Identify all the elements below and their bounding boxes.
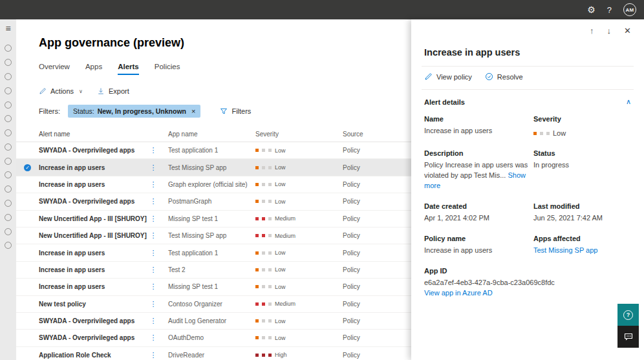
- avatar[interactable]: AM: [623, 3, 636, 16]
- severity-cell: Low: [255, 284, 343, 290]
- severity-square-icon: [268, 302, 272, 306]
- alert-name-cell[interactable]: Increase in app users: [39, 164, 147, 171]
- divider: [422, 89, 634, 90]
- apps-affected-link[interactable]: Test Missing SP app: [533, 246, 597, 254]
- alert-name-cell[interactable]: New test policy: [39, 301, 147, 308]
- severity-cell: Low: [255, 181, 343, 187]
- app-name-cell: Test 2: [160, 266, 255, 273]
- tab-policies[interactable]: Policies: [155, 63, 180, 75]
- field-app-id: App ID e6a2a7ef-4eb3-427a-9cba-c23a069c8…: [424, 267, 631, 299]
- row-more-actions-icon[interactable]: ⋮: [147, 215, 160, 223]
- severity-cell: Low: [255, 198, 343, 205]
- severity-square-icon: [268, 149, 272, 152]
- alert-details-section-header[interactable]: Alert details ∧: [424, 98, 631, 106]
- row-more-actions-icon[interactable]: ⋮: [147, 300, 160, 308]
- nav-placeholder-icon[interactable]: [5, 87, 12, 94]
- previous-alert-icon[interactable]: ↑: [590, 26, 594, 36]
- field-description: Description Policy Increase in app users…: [424, 149, 533, 191]
- row-more-actions-icon[interactable]: ⋮: [147, 231, 160, 240]
- field-apps-affected: Apps affected Test Missing SP app: [533, 235, 631, 256]
- app-name-cell: Missing SP test 1: [160, 215, 255, 222]
- filters-button[interactable]: Filters: [220, 107, 251, 115]
- row-more-actions-icon[interactable]: ⋮: [147, 334, 160, 342]
- severity-square-icon: [262, 183, 265, 186]
- col-header-app-name[interactable]: App name: [160, 131, 255, 138]
- nav-placeholder-icon[interactable]: [5, 185, 12, 193]
- nav-placeholder-icon[interactable]: [5, 214, 12, 221]
- row-more-actions-icon[interactable]: ⋮: [147, 164, 160, 172]
- support-help-button[interactable]: ?: [617, 304, 639, 326]
- view-app-azure-ad-link[interactable]: View app in Azure AD: [424, 289, 493, 297]
- view-policy-button[interactable]: View policy: [424, 72, 472, 81]
- alert-name-cell[interactable]: SWYADA - Overprivileged apps: [39, 198, 147, 205]
- severity-cell: Medium: [255, 233, 343, 239]
- severity-square-icon: [255, 234, 259, 237]
- divider: [422, 66, 634, 67]
- alert-name-cell[interactable]: SWYADA - Overprivileged apps: [39, 334, 147, 341]
- row-more-actions-icon[interactable]: ⋮: [147, 197, 160, 206]
- nav-placeholder-icon[interactable]: [5, 129, 12, 136]
- nav-placeholder-icon[interactable]: [5, 242, 12, 249]
- chip-prefix: Status:: [73, 107, 94, 115]
- nav-placeholder-icon[interactable]: [5, 73, 12, 80]
- export-button[interactable]: Export: [97, 87, 129, 95]
- app-name-cell: DriveReader: [160, 352, 255, 359]
- row-more-actions-icon[interactable]: ⋮: [147, 317, 160, 325]
- resolve-button[interactable]: Resolve: [485, 72, 523, 81]
- nav-placeholder-icon[interactable]: [5, 158, 12, 165]
- nav-placeholder-icon[interactable]: [5, 59, 12, 66]
- row-more-actions-icon[interactable]: ⋮: [147, 180, 160, 189]
- alert-name-cell[interactable]: Increase in app users: [39, 266, 147, 273]
- alert-name-cell[interactable]: Increase in app users: [39, 181, 147, 188]
- app-name-cell: Test Missing SP app: [160, 232, 255, 239]
- alert-name-cell[interactable]: New Uncertified App - III [SHUROY]: [39, 215, 147, 222]
- severity-square-icon: [262, 149, 265, 152]
- nav-placeholder-icon[interactable]: [5, 200, 12, 207]
- severity-square-icon: [262, 166, 265, 169]
- row-more-actions-icon[interactable]: ⋮: [147, 351, 160, 359]
- row-more-actions-icon[interactable]: ⋮: [147, 249, 160, 257]
- hamburger-menu-icon[interactable]: ≡: [5, 23, 10, 34]
- tab-overview[interactable]: Overview: [39, 63, 70, 75]
- field-policy-name: Policy name Increase in app users: [424, 235, 533, 256]
- tab-alerts[interactable]: Alerts: [118, 63, 139, 75]
- next-alert-icon[interactable]: ↓: [607, 26, 612, 36]
- status-value: In progress: [533, 160, 631, 171]
- selected-check-icon[interactable]: ✓: [24, 164, 31, 171]
- alert-name-cell[interactable]: Increase in app users: [39, 249, 147, 257]
- nav-placeholder-icon[interactable]: [5, 171, 12, 178]
- actions-button[interactable]: Actions ∨: [39, 87, 83, 95]
- alert-name-cell[interactable]: New Uncertified App - III [SHUROY]: [39, 232, 147, 239]
- severity-square-icon: [255, 319, 259, 323]
- row-more-actions-icon[interactable]: ⋮: [147, 146, 160, 154]
- col-header-alert-name[interactable]: Alert name: [39, 131, 147, 138]
- chip-dismiss-icon[interactable]: ×: [191, 107, 195, 115]
- row-more-actions-icon[interactable]: ⋮: [147, 266, 160, 274]
- nav-placeholder-icon[interactable]: [5, 143, 12, 151]
- app-id-value: e6a2a7ef-4eb3-427a-9cba-c23a069c8fdc: [424, 278, 631, 288]
- chevron-up-icon[interactable]: ∧: [626, 98, 631, 106]
- nav-placeholder-icon[interactable]: [5, 45, 12, 52]
- tab-apps[interactable]: Apps: [85, 63, 102, 75]
- download-icon: [97, 87, 105, 95]
- alert-name-cell[interactable]: SWYADA - Overprivileged apps: [39, 317, 147, 324]
- severity-square-icon: [546, 132, 550, 135]
- severity-square-icon: [255, 217, 259, 220]
- row-select-cell[interactable]: ✓: [16, 164, 39, 171]
- alert-name-cell[interactable]: SWYADA - Overprivileged apps: [39, 147, 147, 154]
- nav-placeholder-icon[interactable]: [5, 115, 12, 122]
- col-header-severity[interactable]: Severity: [255, 131, 343, 138]
- floating-buttons: ?: [617, 304, 639, 348]
- close-icon[interactable]: ✕: [624, 26, 631, 36]
- help-icon[interactable]: ?: [607, 6, 612, 14]
- settings-gear-icon[interactable]: ⚙: [587, 5, 596, 14]
- nav-placeholder-icon[interactable]: [5, 228, 12, 235]
- nav-placeholder-icon[interactable]: [5, 101, 12, 109]
- alert-name-cell[interactable]: Increase in app users: [39, 283, 147, 290]
- row-more-actions-icon[interactable]: ⋮: [147, 282, 160, 291]
- severity-square-icon: [255, 302, 259, 306]
- severity-square-icon: [255, 336, 259, 339]
- status-filter-chip[interactable]: Status: New, In progress, Unknown ×: [68, 105, 200, 118]
- alert-name-cell[interactable]: Application Role Check: [39, 352, 147, 359]
- feedback-button[interactable]: [617, 326, 639, 348]
